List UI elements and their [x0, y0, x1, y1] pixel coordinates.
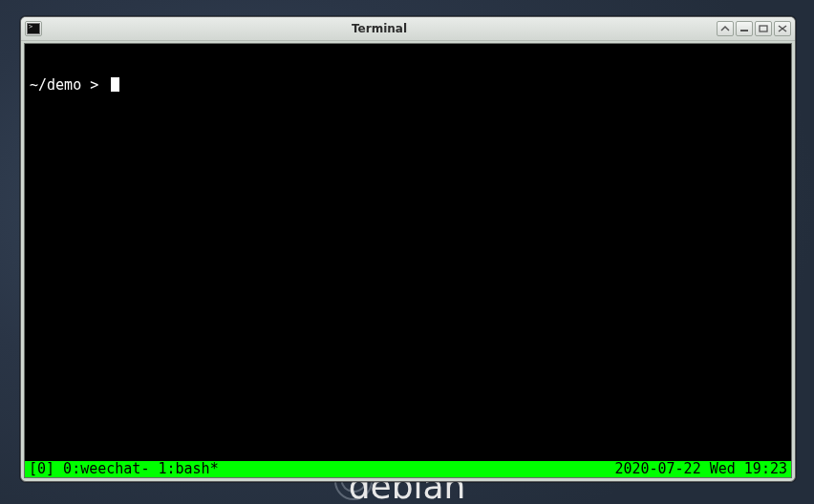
window-title: Terminal [42, 22, 717, 35]
desktop-background: debian Terminal [0, 0, 814, 504]
terminal-window: Terminal ~/demo > [20, 16, 796, 482]
minimize-button[interactable] [736, 21, 753, 36]
terminal-body[interactable]: ~/demo > [30, 45, 791, 461]
window-titlebar[interactable]: Terminal [21, 17, 795, 41]
terminal-viewport[interactable]: ~/demo > [0] 0:weechat- 1:bash* 2020-07-… [24, 43, 792, 478]
close-button[interactable] [774, 21, 791, 36]
tmux-status-left: [0] 0:weechat- 1:bash* [29, 461, 219, 477]
cursor [111, 77, 119, 92]
shell-prompt: ~/demo > [30, 77, 107, 94]
rollup-button[interactable] [717, 21, 734, 36]
maximize-button[interactable] [755, 21, 772, 36]
terminal-app-icon[interactable] [25, 21, 42, 36]
tmux-statusbar: [0] 0:weechat- 1:bash* 2020-07-22 Wed 19… [25, 461, 791, 477]
svg-rect-2 [760, 26, 767, 32]
tmux-status-right: 2020-07-22 Wed 19:23 [614, 461, 787, 477]
